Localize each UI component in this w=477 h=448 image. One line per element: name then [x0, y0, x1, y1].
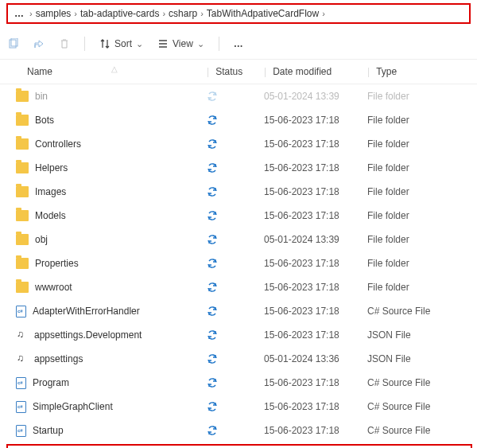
- table-row[interactable]: obj05-01-2024 13:39File folder: [0, 228, 477, 251]
- sync-icon: [207, 377, 218, 388]
- file-list: bin05-01-2024 13:39File folderBots15-06-…: [0, 84, 477, 442]
- table-row[interactable]: appsettings.Development15-06-2023 17:18J…: [0, 323, 477, 347]
- file-name: Properties: [35, 258, 79, 269]
- file-name: Startup: [33, 425, 64, 436]
- breadcrumb-item[interactable]: tab-adaptive-cards: [80, 8, 159, 19]
- file-type: File folder: [367, 138, 469, 150]
- breadcrumb-overflow-icon[interactable]: …: [13, 8, 26, 19]
- file-name: Helpers: [35, 162, 68, 173]
- file-date: 15-06-2023 17:18: [264, 138, 367, 150]
- breadcrumb-item[interactable]: TabWithAdpativeCardFlow: [207, 8, 319, 19]
- sync-icon: [207, 425, 218, 436]
- sync-icon: [207, 186, 218, 197]
- sync-icon: [207, 329, 218, 341]
- highlighted-row: TabWithAdpativeCardFlow.csproj 15-06-202…: [6, 444, 472, 448]
- table-row[interactable]: Images15-06-2023 17:18File folder: [0, 180, 477, 204]
- more-options-button[interactable]: …: [234, 38, 245, 49]
- table-row[interactable]: Bots15-06-2023 17:18File folder: [0, 108, 477, 132]
- chevron-right-icon: ›: [29, 9, 33, 18]
- header-date[interactable]: Date modified: [273, 66, 332, 77]
- table-row[interactable]: SimpleGraphClient15-06-2023 17:18C# Sour…: [0, 395, 477, 419]
- file-name: AdapterWithErrorHandler: [33, 306, 140, 317]
- breadcrumb-item[interactable]: samples: [36, 8, 72, 19]
- sync-icon: [207, 306, 218, 317]
- toolbar-divider: [219, 37, 219, 51]
- table-row[interactable]: Models15-06-2023 17:18File folder: [0, 204, 477, 228]
- sort-label: Sort: [114, 38, 132, 49]
- file-name: appsettings: [34, 353, 83, 364]
- chevron-down-icon: ⌄: [136, 39, 143, 49]
- header-status[interactable]: Status: [215, 66, 242, 77]
- folder-icon: [16, 138, 29, 150]
- file-date: 15-06-2023 17:18: [264, 425, 367, 436]
- file-date: 15-06-2023 17:18: [264, 306, 367, 317]
- sync-icon: [207, 401, 218, 412]
- sync-icon: [207, 282, 218, 293]
- copy-icon[interactable]: [8, 38, 19, 49]
- file-name: wwwroot: [35, 282, 72, 293]
- file-type: File folder: [367, 115, 469, 126]
- file-type: File folder: [367, 91, 469, 102]
- file-name: Images: [35, 186, 66, 197]
- folder-icon: [16, 234, 29, 245]
- sync-icon: [207, 353, 218, 364]
- file-date: 15-06-2023 17:18: [264, 377, 367, 388]
- file-date: 15-06-2023 17:18: [264, 186, 367, 197]
- toolbar-divider: [84, 37, 85, 51]
- folder-icon: [16, 210, 29, 221]
- table-row[interactable]: appsettings05-01-2024 13:36JSON File: [0, 347, 477, 371]
- toolbar: Sort ⌄ View ⌄ …: [0, 29, 477, 60]
- header-type[interactable]: Type: [376, 66, 397, 77]
- chevron-right-icon: ›: [74, 9, 77, 18]
- folder-icon: [16, 162, 29, 173]
- chevron-right-icon: ›: [200, 9, 204, 18]
- file-type: C# Source File: [367, 306, 469, 317]
- share-icon[interactable]: [33, 38, 45, 49]
- file-type: File folder: [367, 162, 469, 173]
- file-date: 05-01-2024 13:39: [264, 91, 367, 102]
- table-row[interactable]: Controllers15-06-2023 17:18File folder: [0, 132, 477, 156]
- table-row[interactable]: Helpers15-06-2023 17:18File folder: [0, 156, 477, 180]
- file-date: 05-01-2024 13:39: [264, 234, 367, 245]
- csharp-file-icon: [16, 306, 26, 317]
- file-type: JSON File: [367, 353, 469, 364]
- file-name: SimpleGraphClient: [33, 401, 113, 412]
- file-date: 15-06-2023 17:18: [264, 282, 367, 293]
- file-type: File folder: [367, 258, 469, 269]
- csharp-file-icon: [16, 401, 26, 413]
- file-name: Controllers: [35, 138, 81, 150]
- file-date: 15-06-2023 17:18: [264, 115, 367, 126]
- folder-icon: [16, 258, 29, 269]
- folder-icon: [16, 186, 29, 197]
- sort-indicator-icon: △: [111, 64, 118, 73]
- file-date: 05-01-2024 13:36: [264, 353, 367, 364]
- chevron-right-icon: ›: [322, 9, 325, 18]
- csharp-file-icon: [16, 425, 26, 437]
- view-button[interactable]: View ⌄: [157, 38, 204, 49]
- table-row[interactable]: Program15-06-2023 17:18C# Source File: [0, 371, 477, 395]
- table-row[interactable]: Startup15-06-2023 17:18C# Source File: [0, 419, 477, 442]
- json-file-icon: [16, 353, 28, 365]
- table-row[interactable]: AdapterWithErrorHandler15-06-2023 17:18C…: [0, 299, 477, 323]
- file-name: Bots: [35, 115, 54, 126]
- file-type: JSON File: [367, 329, 469, 341]
- breadcrumb-item[interactable]: csharp: [169, 8, 197, 19]
- file-name: Models: [35, 210, 66, 221]
- table-row[interactable]: Properties15-06-2023 17:18File folder: [0, 251, 477, 275]
- file-type: File folder: [367, 186, 469, 197]
- column-headers: △ Name |Status |Date modified |Type: [0, 60, 477, 84]
- file-date: 15-06-2023 17:18: [264, 210, 367, 221]
- file-date: 15-06-2023 17:18: [264, 162, 367, 173]
- chevron-right-icon: ›: [162, 9, 165, 18]
- delete-icon[interactable]: [59, 38, 70, 49]
- file-type: C# Source File: [367, 401, 469, 412]
- folder-icon: [16, 115, 29, 126]
- file-date: 15-06-2023 17:18: [264, 258, 367, 269]
- table-row[interactable]: bin05-01-2024 13:39File folder: [0, 84, 477, 108]
- sync-icon: [207, 91, 218, 102]
- sync-icon: [207, 234, 218, 245]
- file-type: File folder: [367, 282, 469, 293]
- file-type: C# Source File: [367, 377, 469, 388]
- sort-button[interactable]: Sort ⌄: [99, 38, 143, 49]
- table-row[interactable]: wwwroot15-06-2023 17:18File folder: [0, 275, 477, 299]
